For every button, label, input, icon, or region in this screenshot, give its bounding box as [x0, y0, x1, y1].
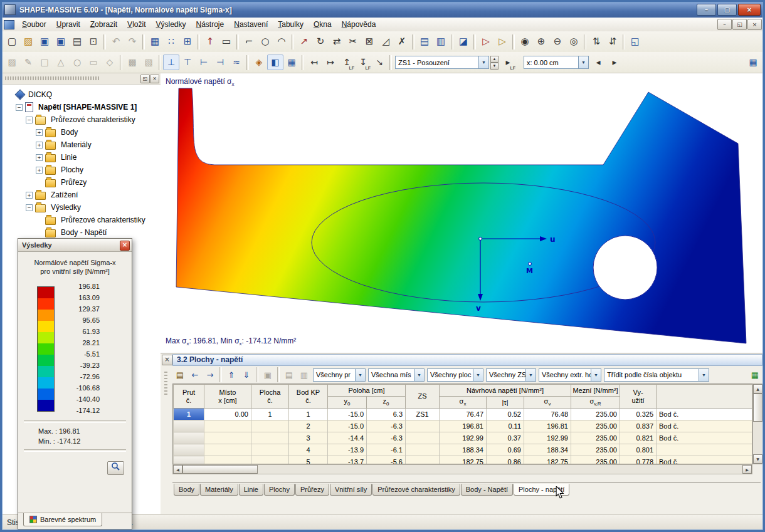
tree-item-nap-t-shape-massive-1[interactable]: −Napětí [SHAPE-MASSIVE 1] — [2, 101, 161, 113]
col-sigma-x[interactable]: σx — [440, 397, 487, 409]
render-edit-button[interactable]: ✎ — [20, 55, 36, 70]
expand-icon[interactable]: + — [36, 142, 43, 149]
save-button[interactable]: ▣ — [36, 34, 53, 50]
cell-tau[interactable]: 0.11 — [487, 420, 524, 432]
cell-bod-c[interactable]: Bod č. — [657, 420, 753, 432]
tree-item-pr-ezov-charakteristiky[interactable]: −Průřezové charakteristiky — [2, 113, 161, 126]
cell-misto-x[interactable] — [204, 444, 251, 456]
filter-v-echny-ploc[interactable]: Všechny ploc▼ — [427, 368, 483, 382]
col-plocha[interactable]: Plochač. — [251, 385, 289, 409]
filter-v-echna-m-s[interactable]: Všechna mís▼ — [368, 368, 425, 382]
stress-sigma-v-button[interactable]: ⊢ — [196, 55, 212, 70]
cell-plocha[interactable] — [251, 444, 289, 456]
cell-bod-kp[interactable]: 2 — [289, 420, 328, 432]
cell-sigma-x[interactable]: 76.47 — [440, 409, 487, 420]
x-previous-button[interactable]: ◂ — [590, 55, 606, 70]
previous-stress-point-button[interactable]: ↤ — [306, 55, 322, 70]
tab-barevne-spektrum[interactable]: Barevné spektrum — [23, 513, 102, 526]
trim-button[interactable]: ✂ — [345, 34, 361, 50]
cell-sigma-vr[interactable]: 235.00 — [571, 456, 620, 465]
render-wireframe-button[interactable]: ▨ — [4, 55, 20, 70]
cell-tau[interactable]: 0.69 — [487, 444, 524, 456]
spin-down-icon[interactable]: ▼ — [490, 63, 499, 70]
cell-prut[interactable] — [174, 444, 204, 456]
show-supports-button[interactable]: ▩ — [124, 55, 140, 70]
chevron-down-icon[interactable]: ▼ — [578, 56, 588, 68]
chevron-down-icon[interactable]: ▼ — [478, 56, 488, 68]
chevron-down-icon[interactable]: ▼ — [355, 369, 365, 381]
tab-vnit-n-s-ly[interactable]: Vnitřní síly — [330, 484, 372, 496]
graphics-viewport[interactable]: u v M Normálové napětí σx Max σx: 196.81… — [161, 73, 763, 353]
menu-n-stroje[interactable]: Nástroje — [191, 18, 230, 31]
table-color-filter-button[interactable]: ▦ — [747, 368, 762, 382]
tree-item-linie[interactable]: +Linie — [2, 151, 161, 164]
sort-descending-button[interactable]: ⇵ — [604, 34, 621, 50]
insert-arc-button[interactable]: ◠ — [273, 34, 290, 50]
point-grid-button[interactable]: ∷ — [163, 34, 179, 50]
tree-item-dickq[interactable]: DICKQ — [2, 88, 161, 101]
cell-misto-x[interactable] — [204, 456, 251, 465]
divide-button[interactable]: ⊠ — [361, 34, 377, 50]
stress-ratio-button[interactable]: ⊣ — [212, 55, 228, 70]
expand-icon[interactable]: + — [36, 167, 43, 174]
cell-z0[interactable]: -5.6 — [367, 456, 406, 465]
navigator-close-button[interactable]: × — [150, 75, 159, 83]
cell-bod-kp[interactable]: 5 — [289, 456, 328, 465]
zoom-out-button[interactable]: ⊖ — [549, 34, 566, 50]
collapse-icon[interactable]: − — [26, 117, 33, 123]
cell-sigma-x[interactable]: 196.81 — [440, 420, 487, 432]
tool-outline-button[interactable]: ▭ — [85, 55, 102, 70]
cell-tau[interactable]: 0.86 — [487, 456, 524, 465]
view-details-button[interactable]: ▥ — [297, 368, 312, 382]
table-close-button[interactable]: × — [162, 355, 172, 365]
navigator-dock-button[interactable]: ◱ — [140, 75, 150, 83]
cell-zs[interactable] — [406, 444, 440, 456]
cell-misto-x[interactable]: 0.00 — [204, 409, 251, 420]
col-vyuziti[interactable]: Vy-užití — [620, 385, 657, 409]
view-compact-button[interactable]: ▤ — [282, 368, 297, 382]
col-sigma-vr[interactable]: σv,R — [571, 397, 620, 409]
cell-sigma-x[interactable]: 182.75 — [440, 456, 487, 465]
minimize-button[interactable]: – — [697, 4, 716, 16]
load-case-list-button[interactable]: ▸LF — [500, 55, 516, 70]
new-file-button[interactable]: ▢ — [4, 34, 20, 50]
cell-y0[interactable]: -13.7 — [328, 456, 367, 465]
extreme-values-button[interactable]: ↘ — [371, 55, 388, 70]
tree-item-body-nap-t[interactable]: Body - Napětí — [2, 226, 161, 239]
show-legend-button[interactable]: ▦ — [283, 55, 300, 70]
cell-vyuziti[interactable]: 0.778 — [620, 456, 657, 465]
previous-load-case-button[interactable]: ↥LF — [339, 55, 355, 70]
stress-plot[interactable]: u v M — [161, 73, 763, 353]
jump-next-button[interactable]: → — [203, 368, 218, 382]
tree-item-pr-ezy[interactable]: Průřezy — [2, 176, 161, 189]
cell-y0[interactable]: -13.9 — [328, 444, 367, 456]
stress-diagram-button[interactable]: ≈ — [228, 55, 245, 70]
visibility-filter-button[interactable]: ▷ — [478, 34, 494, 50]
next-load-case-button[interactable]: ↧LF — [355, 55, 371, 70]
show-values-button[interactable]: ◈ — [251, 55, 267, 70]
collapse-icon[interactable]: − — [26, 204, 33, 211]
col-group-poloha[interactable]: Poloha [cm] — [328, 385, 406, 397]
tab-materi-ly[interactable]: Materiály — [200, 484, 238, 496]
cell-sigma-v[interactable]: 192.99 — [524, 432, 571, 444]
menu-okna[interactable]: Okna — [309, 18, 337, 31]
tool-smooth-button[interactable]: ○ — [69, 55, 85, 70]
cell-prut[interactable] — [174, 420, 204, 432]
mdi-restore-button[interactable]: ◱ — [732, 19, 747, 30]
cell-misto-x[interactable] — [204, 432, 251, 444]
cell-zs[interactable]: ZS1 — [406, 409, 440, 420]
sort-ascending-button[interactable]: ⇅ — [588, 34, 604, 50]
delete-object-button[interactable]: ✗ — [394, 34, 410, 50]
cell-plocha[interactable]: 1 — [251, 409, 289, 420]
horizontal-scrollbar[interactable]: ◀ ▶ — [172, 464, 752, 474]
expand-icon[interactable]: + — [36, 129, 43, 136]
close-button[interactable]: × — [738, 4, 761, 16]
cell-y0[interactable]: -14.4 — [328, 432, 367, 444]
tab-pr-ezov-charakteristiky[interactable]: Průřezové charakteristiky — [372, 484, 460, 496]
zoom-in-button[interactable]: ⊕ — [533, 34, 549, 50]
cell-vyuziti[interactable]: 0.837 — [620, 420, 657, 432]
cell-y0[interactable]: -15.0 — [328, 420, 367, 432]
cell-z0[interactable]: -6.3 — [367, 420, 406, 432]
cell-tau[interactable]: 0.37 — [487, 432, 524, 444]
print-preview-button[interactable]: ⊡ — [85, 34, 102, 50]
